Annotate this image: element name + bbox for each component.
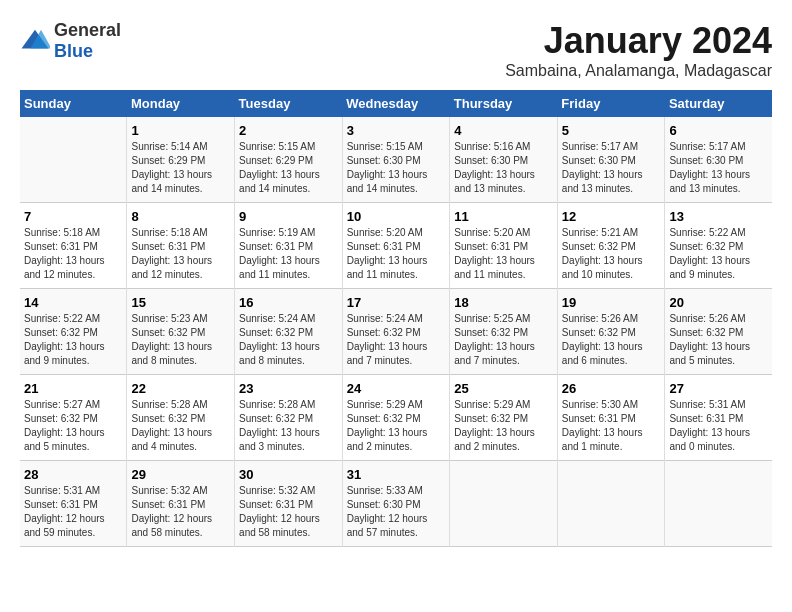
calendar-cell: 14Sunrise: 5:22 AMSunset: 6:32 PMDayligh…	[20, 289, 127, 375]
day-info: Sunrise: 5:32 AMSunset: 6:31 PMDaylight:…	[239, 484, 338, 540]
day-info: Sunrise: 5:28 AMSunset: 6:32 PMDaylight:…	[131, 398, 230, 454]
subtitle: Sambaina, Analamanga, Madagascar	[505, 62, 772, 80]
calendar-cell	[20, 117, 127, 203]
day-number: 10	[347, 209, 446, 224]
day-info: Sunrise: 5:15 AMSunset: 6:29 PMDaylight:…	[239, 140, 338, 196]
day-info: Sunrise: 5:27 AMSunset: 6:32 PMDaylight:…	[24, 398, 122, 454]
day-info: Sunrise: 5:31 AMSunset: 6:31 PMDaylight:…	[669, 398, 768, 454]
day-number: 28	[24, 467, 122, 482]
calendar-cell: 7Sunrise: 5:18 AMSunset: 6:31 PMDaylight…	[20, 203, 127, 289]
logo-icon	[20, 26, 50, 56]
calendar-cell: 31Sunrise: 5:33 AMSunset: 6:30 PMDayligh…	[342, 461, 450, 547]
calendar-cell: 28Sunrise: 5:31 AMSunset: 6:31 PMDayligh…	[20, 461, 127, 547]
calendar-cell: 30Sunrise: 5:32 AMSunset: 6:31 PMDayligh…	[235, 461, 343, 547]
header-tuesday: Tuesday	[235, 90, 343, 117]
day-number: 7	[24, 209, 122, 224]
calendar-cell: 16Sunrise: 5:24 AMSunset: 6:32 PMDayligh…	[235, 289, 343, 375]
day-number: 29	[131, 467, 230, 482]
header-friday: Friday	[557, 90, 665, 117]
day-info: Sunrise: 5:26 AMSunset: 6:32 PMDaylight:…	[669, 312, 768, 368]
day-info: Sunrise: 5:18 AMSunset: 6:31 PMDaylight:…	[131, 226, 230, 282]
logo-text: General Blue	[54, 20, 121, 62]
calendar-cell: 27Sunrise: 5:31 AMSunset: 6:31 PMDayligh…	[665, 375, 772, 461]
day-info: Sunrise: 5:21 AMSunset: 6:32 PMDaylight:…	[562, 226, 661, 282]
calendar-cell: 12Sunrise: 5:21 AMSunset: 6:32 PMDayligh…	[557, 203, 665, 289]
calendar-cell: 1Sunrise: 5:14 AMSunset: 6:29 PMDaylight…	[127, 117, 235, 203]
day-number: 14	[24, 295, 122, 310]
calendar-cell: 20Sunrise: 5:26 AMSunset: 6:32 PMDayligh…	[665, 289, 772, 375]
calendar-cell: 5Sunrise: 5:17 AMSunset: 6:30 PMDaylight…	[557, 117, 665, 203]
calendar-week-row: 1Sunrise: 5:14 AMSunset: 6:29 PMDaylight…	[20, 117, 772, 203]
day-info: Sunrise: 5:18 AMSunset: 6:31 PMDaylight:…	[24, 226, 122, 282]
day-number: 5	[562, 123, 661, 138]
day-number: 27	[669, 381, 768, 396]
day-info: Sunrise: 5:16 AMSunset: 6:30 PMDaylight:…	[454, 140, 553, 196]
logo: General Blue	[20, 20, 121, 62]
day-number: 23	[239, 381, 338, 396]
day-info: Sunrise: 5:20 AMSunset: 6:31 PMDaylight:…	[454, 226, 553, 282]
day-info: Sunrise: 5:28 AMSunset: 6:32 PMDaylight:…	[239, 398, 338, 454]
day-number: 3	[347, 123, 446, 138]
day-info: Sunrise: 5:20 AMSunset: 6:31 PMDaylight:…	[347, 226, 446, 282]
calendar-header-row: SundayMondayTuesdayWednesdayThursdayFrid…	[20, 90, 772, 117]
calendar-cell: 29Sunrise: 5:32 AMSunset: 6:31 PMDayligh…	[127, 461, 235, 547]
day-info: Sunrise: 5:23 AMSunset: 6:32 PMDaylight:…	[131, 312, 230, 368]
header-wednesday: Wednesday	[342, 90, 450, 117]
calendar-cell: 8Sunrise: 5:18 AMSunset: 6:31 PMDaylight…	[127, 203, 235, 289]
header-monday: Monday	[127, 90, 235, 117]
day-number: 16	[239, 295, 338, 310]
day-info: Sunrise: 5:17 AMSunset: 6:30 PMDaylight:…	[562, 140, 661, 196]
calendar-cell: 4Sunrise: 5:16 AMSunset: 6:30 PMDaylight…	[450, 117, 558, 203]
day-info: Sunrise: 5:17 AMSunset: 6:30 PMDaylight:…	[669, 140, 768, 196]
day-number: 1	[131, 123, 230, 138]
calendar-cell: 26Sunrise: 5:30 AMSunset: 6:31 PMDayligh…	[557, 375, 665, 461]
day-number: 2	[239, 123, 338, 138]
calendar-week-row: 21Sunrise: 5:27 AMSunset: 6:32 PMDayligh…	[20, 375, 772, 461]
day-number: 4	[454, 123, 553, 138]
calendar-cell: 13Sunrise: 5:22 AMSunset: 6:32 PMDayligh…	[665, 203, 772, 289]
day-info: Sunrise: 5:29 AMSunset: 6:32 PMDaylight:…	[347, 398, 446, 454]
calendar-cell: 24Sunrise: 5:29 AMSunset: 6:32 PMDayligh…	[342, 375, 450, 461]
calendar-week-row: 7Sunrise: 5:18 AMSunset: 6:31 PMDaylight…	[20, 203, 772, 289]
day-number: 12	[562, 209, 661, 224]
day-number: 8	[131, 209, 230, 224]
day-number: 19	[562, 295, 661, 310]
day-number: 18	[454, 295, 553, 310]
day-info: Sunrise: 5:33 AMSunset: 6:30 PMDaylight:…	[347, 484, 446, 540]
title-section: January 2024 Sambaina, Analamanga, Madag…	[505, 20, 772, 80]
calendar-cell: 6Sunrise: 5:17 AMSunset: 6:30 PMDaylight…	[665, 117, 772, 203]
calendar-cell: 15Sunrise: 5:23 AMSunset: 6:32 PMDayligh…	[127, 289, 235, 375]
page-header: General Blue January 2024 Sambaina, Anal…	[20, 20, 772, 80]
calendar-cell: 25Sunrise: 5:29 AMSunset: 6:32 PMDayligh…	[450, 375, 558, 461]
day-info: Sunrise: 5:31 AMSunset: 6:31 PMDaylight:…	[24, 484, 122, 540]
calendar-cell: 17Sunrise: 5:24 AMSunset: 6:32 PMDayligh…	[342, 289, 450, 375]
day-info: Sunrise: 5:32 AMSunset: 6:31 PMDaylight:…	[131, 484, 230, 540]
header-saturday: Saturday	[665, 90, 772, 117]
day-info: Sunrise: 5:30 AMSunset: 6:31 PMDaylight:…	[562, 398, 661, 454]
day-number: 26	[562, 381, 661, 396]
day-info: Sunrise: 5:15 AMSunset: 6:30 PMDaylight:…	[347, 140, 446, 196]
calendar-cell: 21Sunrise: 5:27 AMSunset: 6:32 PMDayligh…	[20, 375, 127, 461]
day-number: 25	[454, 381, 553, 396]
day-info: Sunrise: 5:22 AMSunset: 6:32 PMDaylight:…	[669, 226, 768, 282]
day-info: Sunrise: 5:24 AMSunset: 6:32 PMDaylight:…	[347, 312, 446, 368]
day-info: Sunrise: 5:24 AMSunset: 6:32 PMDaylight:…	[239, 312, 338, 368]
day-number: 17	[347, 295, 446, 310]
calendar-week-row: 14Sunrise: 5:22 AMSunset: 6:32 PMDayligh…	[20, 289, 772, 375]
calendar-cell: 3Sunrise: 5:15 AMSunset: 6:30 PMDaylight…	[342, 117, 450, 203]
day-number: 31	[347, 467, 446, 482]
day-info: Sunrise: 5:14 AMSunset: 6:29 PMDaylight:…	[131, 140, 230, 196]
calendar-cell: 19Sunrise: 5:26 AMSunset: 6:32 PMDayligh…	[557, 289, 665, 375]
day-number: 20	[669, 295, 768, 310]
day-info: Sunrise: 5:25 AMSunset: 6:32 PMDaylight:…	[454, 312, 553, 368]
day-info: Sunrise: 5:19 AMSunset: 6:31 PMDaylight:…	[239, 226, 338, 282]
day-number: 22	[131, 381, 230, 396]
calendar-cell	[557, 461, 665, 547]
calendar-cell	[665, 461, 772, 547]
header-thursday: Thursday	[450, 90, 558, 117]
calendar-cell: 18Sunrise: 5:25 AMSunset: 6:32 PMDayligh…	[450, 289, 558, 375]
day-number: 24	[347, 381, 446, 396]
calendar-table: SundayMondayTuesdayWednesdayThursdayFrid…	[20, 90, 772, 547]
day-info: Sunrise: 5:26 AMSunset: 6:32 PMDaylight:…	[562, 312, 661, 368]
calendar-cell: 2Sunrise: 5:15 AMSunset: 6:29 PMDaylight…	[235, 117, 343, 203]
